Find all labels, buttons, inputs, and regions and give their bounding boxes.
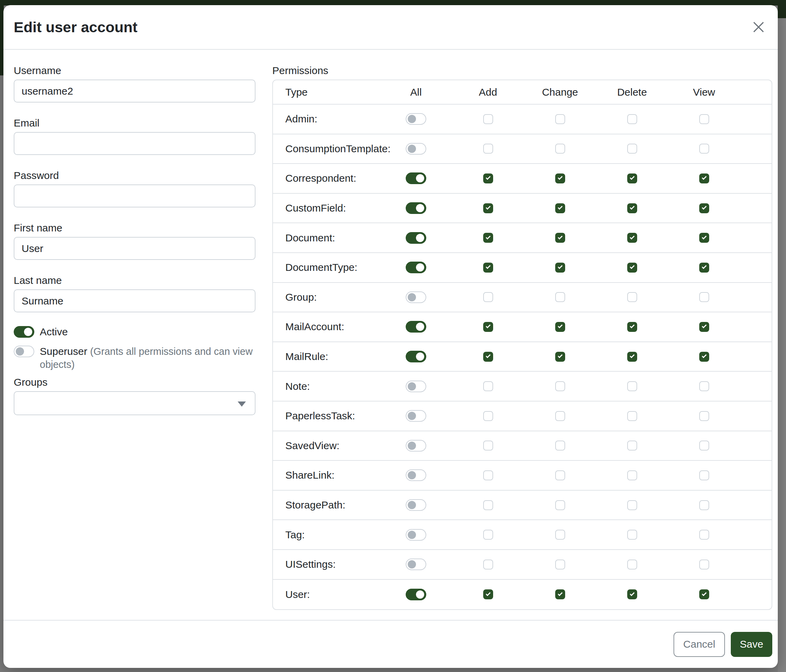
username-input[interactable]: [14, 80, 255, 102]
permission-add-checkbox[interactable]: [483, 114, 493, 124]
permission-all-toggle[interactable]: [406, 499, 426, 511]
permission-delete-checkbox[interactable]: [627, 144, 637, 154]
permission-view-checkbox[interactable]: [699, 233, 709, 243]
permission-all-toggle[interactable]: [406, 589, 426, 600]
permission-delete-checkbox[interactable]: [627, 381, 637, 391]
permission-add-checkbox[interactable]: [483, 292, 493, 302]
permission-delete-checkbox[interactable]: [627, 500, 637, 510]
permission-all-toggle[interactable]: [406, 440, 426, 452]
permission-add-checkbox[interactable]: [483, 559, 493, 570]
permission-delete-checkbox[interactable]: [627, 203, 637, 213]
permission-delete-checkbox[interactable]: [627, 589, 637, 599]
permission-delete-checkbox[interactable]: [627, 173, 637, 184]
permission-add-checkbox[interactable]: [483, 381, 493, 391]
permission-row: PaperlessTask:: [273, 402, 772, 431]
permission-view-checkbox[interactable]: [699, 470, 709, 480]
permission-view-checkbox[interactable]: [699, 144, 709, 154]
permission-view-checkbox[interactable]: [699, 411, 709, 421]
permission-all-toggle[interactable]: [406, 232, 426, 244]
permission-add-checkbox[interactable]: [483, 411, 493, 421]
permission-change-checkbox[interactable]: [555, 559, 565, 570]
last-name-input[interactable]: [14, 289, 255, 312]
permission-add-checkbox[interactable]: [483, 173, 493, 184]
permission-all-toggle[interactable]: [406, 469, 426, 481]
permission-all-toggle[interactable]: [406, 351, 426, 363]
permission-change-checkbox[interactable]: [555, 322, 565, 332]
permission-view-checkbox[interactable]: [699, 559, 709, 570]
permission-view-checkbox[interactable]: [699, 589, 709, 599]
permission-add-checkbox[interactable]: [483, 352, 493, 362]
permission-add-checkbox[interactable]: [483, 441, 493, 451]
permission-all-toggle[interactable]: [406, 291, 426, 303]
permission-change-checkbox[interactable]: [555, 381, 565, 391]
permission-all-toggle[interactable]: [406, 173, 426, 184]
permission-all-toggle[interactable]: [406, 143, 426, 155]
permission-all-toggle[interactable]: [406, 381, 426, 392]
active-toggle[interactable]: [14, 326, 34, 338]
permission-all-toggle[interactable]: [406, 321, 426, 333]
permission-view-checkbox[interactable]: [699, 114, 709, 124]
page-scrollbar[interactable]: [778, 0, 786, 672]
permission-add-checkbox[interactable]: [483, 233, 493, 243]
email-input[interactable]: [14, 132, 255, 155]
permission-all-toggle[interactable]: [406, 202, 426, 214]
permission-all-toggle[interactable]: [406, 410, 426, 422]
permission-view-checkbox[interactable]: [699, 322, 709, 332]
permission-view-checkbox[interactable]: [699, 263, 709, 273]
permission-view-checkbox[interactable]: [699, 441, 709, 451]
permission-delete-checkbox[interactable]: [627, 441, 637, 451]
permission-change-checkbox[interactable]: [555, 144, 565, 154]
permission-delete-checkbox[interactable]: [627, 114, 637, 124]
permission-delete-checkbox[interactable]: [627, 292, 637, 302]
permission-change-checkbox[interactable]: [555, 411, 565, 421]
permission-change-checkbox[interactable]: [555, 203, 565, 213]
permission-view-checkbox[interactable]: [699, 352, 709, 362]
permission-delete-checkbox[interactable]: [627, 470, 637, 480]
permission-all-toggle[interactable]: [406, 559, 426, 570]
permission-change-checkbox[interactable]: [555, 173, 565, 184]
permission-add-checkbox[interactable]: [483, 589, 493, 599]
permission-add-checkbox[interactable]: [483, 500, 493, 510]
permission-add-checkbox[interactable]: [483, 530, 493, 540]
permission-view-checkbox[interactable]: [699, 173, 709, 184]
permission-delete-checkbox[interactable]: [627, 263, 637, 273]
permission-change-checkbox[interactable]: [555, 470, 565, 480]
permission-all-toggle[interactable]: [406, 529, 426, 541]
superuser-toggle[interactable]: [14, 345, 34, 357]
permission-delete-checkbox[interactable]: [627, 411, 637, 421]
permission-change-checkbox[interactable]: [555, 114, 565, 124]
permission-view-checkbox[interactable]: [699, 530, 709, 540]
permission-add-checkbox[interactable]: [483, 203, 493, 213]
permission-delete-checkbox[interactable]: [627, 559, 637, 570]
checkmark-icon: [702, 264, 706, 269]
cancel-button[interactable]: Cancel: [673, 632, 725, 657]
permission-change-checkbox[interactable]: [555, 263, 565, 273]
permission-all-toggle[interactable]: [406, 262, 426, 273]
groups-select[interactable]: [14, 391, 255, 415]
permission-change-checkbox[interactable]: [555, 233, 565, 243]
permission-change-checkbox[interactable]: [555, 530, 565, 540]
permission-all-toggle[interactable]: [406, 113, 426, 125]
permission-delete-checkbox[interactable]: [627, 530, 637, 540]
save-button[interactable]: Save: [731, 632, 772, 657]
permission-change-checkbox[interactable]: [555, 441, 565, 451]
permission-delete-checkbox[interactable]: [627, 233, 637, 243]
permission-change-checkbox[interactable]: [555, 500, 565, 510]
permission-delete-checkbox[interactable]: [627, 322, 637, 332]
permission-add-checkbox[interactable]: [483, 470, 493, 480]
permission-add-checkbox[interactable]: [483, 263, 493, 273]
permission-view-checkbox[interactable]: [699, 500, 709, 510]
permission-view-checkbox[interactable]: [699, 292, 709, 302]
close-button[interactable]: [750, 19, 767, 35]
permission-add-checkbox[interactable]: [483, 144, 493, 154]
permission-view-checkbox[interactable]: [699, 203, 709, 213]
permission-change-checkbox[interactable]: [555, 589, 565, 599]
permission-view-checkbox[interactable]: [699, 381, 709, 391]
permission-delete-checkbox[interactable]: [627, 352, 637, 362]
permission-change-checkbox[interactable]: [555, 352, 565, 362]
permission-change-checkbox[interactable]: [555, 292, 565, 302]
password-input[interactable]: [14, 184, 255, 207]
permission-add-checkbox[interactable]: [483, 322, 493, 332]
permission-row: SavedView:: [273, 431, 772, 461]
first-name-input[interactable]: [14, 237, 255, 260]
